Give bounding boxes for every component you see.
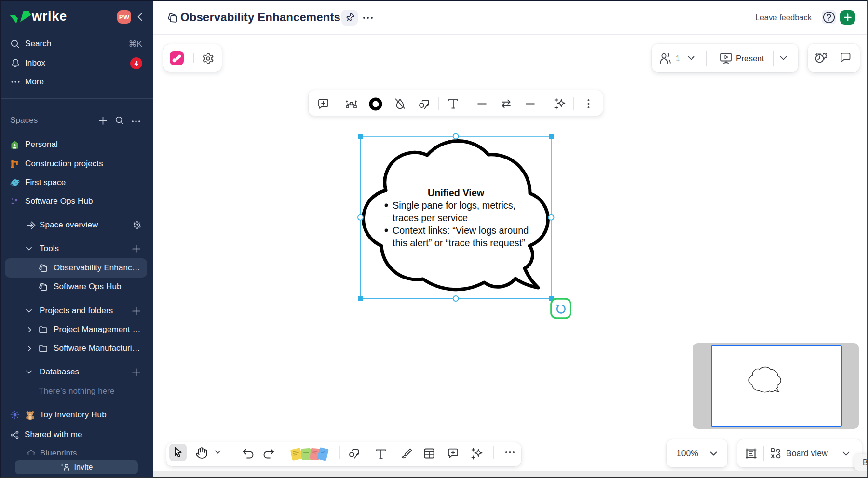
svg-text:Single pane for logs, metrics,: Single pane for logs, metrics, bbox=[393, 200, 515, 211]
svg-text:traces per service: traces per service bbox=[393, 212, 468, 223]
svg-text:Unified View: Unified View bbox=[428, 187, 485, 198]
svg-text:this alert” or “trace this req: this alert” or “trace this request” bbox=[393, 238, 525, 248]
svg-text:Context links: “View logs arou: Context links: “View logs around bbox=[393, 225, 529, 236]
